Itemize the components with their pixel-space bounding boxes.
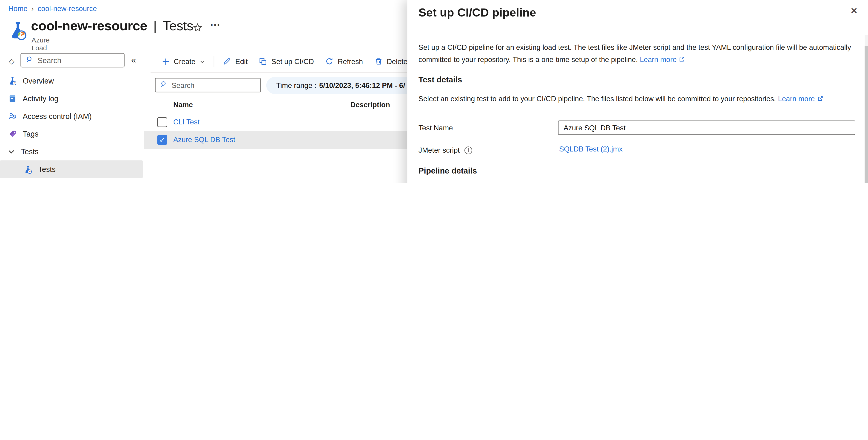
- page-title: cool-new-resource|Tests: [31, 18, 193, 34]
- panel-scrollbar-thumb[interactable]: [865, 46, 868, 183]
- setup-cicd-button[interactable]: Set up CI/CD: [253, 57, 319, 66]
- table-row: ✓ CLI Test: [144, 113, 407, 131]
- pipeline-details-heading: Pipeline details: [418, 166, 477, 175]
- panel-scrollbar-track: [865, 35, 868, 183]
- column-header-description[interactable]: Description: [350, 101, 390, 109]
- jmeter-script-label: JMeter scripti: [418, 146, 472, 154]
- tests-content: Create Edit Set up CI/CD Refresh Delete …: [144, 53, 407, 183]
- sidebar-item-activity-log[interactable]: Activity log: [0, 90, 144, 107]
- collapse-sidebar-icon[interactable]: «: [131, 55, 136, 65]
- row-checkbox[interactable]: ✓: [157, 117, 167, 127]
- info-icon[interactable]: i: [465, 146, 472, 154]
- sidebar-group-tests[interactable]: Tests: [0, 142, 144, 160]
- breadcrumb: Home › cool-new-resource: [8, 4, 97, 12]
- tag-icon: [8, 129, 17, 138]
- sidebar-nav: Overview Activity log Access control (IA…: [0, 72, 144, 183]
- command-bar: Create Edit Set up CI/CD Refresh Delete …: [144, 53, 407, 70]
- breadcrumb-home-link[interactable]: Home: [8, 4, 28, 12]
- sidebar-group-settings[interactable]: Settings: [0, 178, 144, 183]
- sidebar-item-tests[interactable]: Tests: [0, 161, 143, 178]
- test-list-search: [155, 78, 260, 93]
- azure-portal-page: Home › cool-new-resource cool-new-resour…: [0, 0, 868, 183]
- chevron-down-icon: [199, 58, 205, 64]
- column-header-name[interactable]: Name: [173, 101, 193, 109]
- close-icon[interactable]: ✕: [850, 5, 858, 16]
- flask-icon: [23, 165, 33, 174]
- sidebar-item-overview[interactable]: Overview: [0, 72, 144, 90]
- test-list-search-input[interactable]: [172, 81, 256, 89]
- breadcrumb-resource-link[interactable]: cool-new-resource: [38, 4, 97, 12]
- clone-squares-icon: [259, 57, 268, 66]
- test-link-cli-test[interactable]: CLI Test: [173, 118, 199, 126]
- chevron-down-icon: [8, 148, 15, 155]
- pencil-icon: [222, 57, 231, 66]
- sidebar-search-input[interactable]: [38, 56, 120, 64]
- panel-title: Set up CI/CD pipeline: [418, 6, 536, 19]
- test-name-input[interactable]: [563, 124, 849, 132]
- sidebar-search: [21, 53, 125, 67]
- plus-icon: [161, 57, 170, 65]
- time-range-filter[interactable]: Time range : 5/10/2023, 5:46:12 PM - 6/: [266, 77, 407, 94]
- time-range-value: 5/10/2023, 5:46:12 PM - 6/: [319, 81, 405, 90]
- flask-icon: [8, 76, 17, 86]
- toolbar-divider: [214, 56, 214, 67]
- activity-log-icon: [8, 94, 17, 103]
- test-details-heading: Test details: [418, 75, 462, 84]
- external-link-icon: [678, 55, 685, 66]
- table-row: ✓ Azure SQL DB Test: [144, 131, 407, 149]
- edit-button[interactable]: Edit: [217, 57, 253, 66]
- toolbar-bottom-divider: [151, 72, 407, 73]
- sidebar-item-tags[interactable]: Tags: [0, 125, 144, 142]
- test-name-label: Test Name: [418, 124, 453, 132]
- refresh-button[interactable]: Refresh: [319, 57, 368, 66]
- external-link-icon: [816, 95, 824, 104]
- azure-load-testing-flask-icon: [7, 20, 28, 41]
- delete-test-button[interactable]: Delete test: [368, 57, 407, 66]
- learn-more-link[interactable]: Learn more: [640, 55, 677, 63]
- check-icon: ✓: [159, 136, 165, 143]
- refresh-icon: [325, 57, 334, 66]
- jmeter-file-link[interactable]: SQLDB Test (2).jmx: [559, 145, 623, 153]
- learn-more-link[interactable]: Learn more: [778, 95, 815, 103]
- search-icon: [26, 55, 34, 66]
- test-link-azure-sql-db-test[interactable]: Azure SQL DB Test: [173, 135, 235, 144]
- diamond-icon: ◇: [9, 57, 14, 65]
- trash-icon: [374, 57, 383, 66]
- favorite-star-icon[interactable]: [193, 23, 203, 33]
- sidebar-item-access-control-iam[interactable]: Access control (IAM): [0, 107, 144, 125]
- chevron-right-icon: ›: [31, 4, 34, 12]
- test-details-description: Select an existing test to add to your C…: [418, 95, 852, 104]
- test-name-field: [558, 121, 855, 135]
- people-icon: [8, 111, 17, 121]
- row-checkbox[interactable]: ✓: [157, 135, 167, 145]
- panel-intro: Set up a CI/CD pipeline for an existing …: [418, 41, 852, 66]
- create-button[interactable]: Create: [156, 57, 211, 65]
- more-options-icon[interactable]: …: [210, 16, 221, 29]
- search-icon: [160, 80, 168, 90]
- setup-cicd-panel: Set up CI/CD pipeline ✕ Set up a CI/CD p…: [407, 0, 868, 183]
